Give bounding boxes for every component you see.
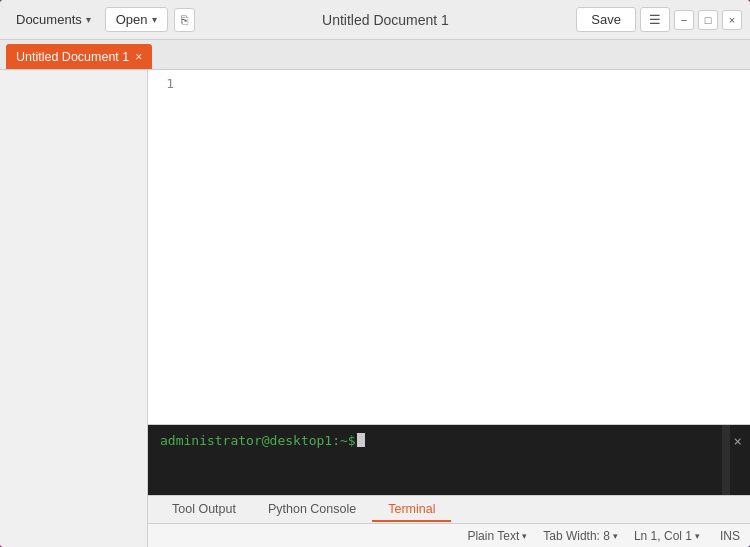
close-icon: × bbox=[729, 14, 735, 26]
open-label: Open bbox=[116, 12, 148, 27]
documents-label: Documents bbox=[16, 12, 82, 27]
close-icon: × bbox=[734, 433, 742, 449]
cursor-position-status[interactable]: Ln 1, Col 1 ▾ bbox=[634, 529, 700, 543]
hamburger-icon: ☰ bbox=[649, 12, 661, 27]
documents-dropdown[interactable]: Documents ▾ bbox=[8, 8, 99, 31]
titlebar-left: Documents ▾ Open ▾ ⎘ bbox=[8, 7, 195, 32]
tab-tool-output[interactable]: Tool Output bbox=[156, 498, 252, 522]
save-button[interactable]: Save bbox=[576, 7, 636, 32]
file-type-chevron-icon: ▾ bbox=[522, 531, 527, 541]
open-chevron-icon: ▾ bbox=[152, 14, 157, 25]
editor-container: 1 administrator@desktop1:~$ × bbox=[148, 70, 750, 547]
terminal-prompt: administrator@desktop1:~$ bbox=[160, 433, 356, 448]
file-type-label: Plain Text bbox=[467, 529, 519, 543]
line-number-1: 1 bbox=[156, 76, 174, 91]
tab-width-status[interactable]: Tab Width: 8 ▾ bbox=[543, 529, 618, 543]
tab-close-icon[interactable]: × bbox=[135, 50, 142, 64]
editor-area: 1 bbox=[148, 70, 750, 424]
tab-width-chevron-icon: ▾ bbox=[613, 531, 618, 541]
file-type-status[interactable]: Plain Text ▾ bbox=[467, 529, 527, 543]
minimize-button[interactable]: − bbox=[674, 10, 694, 30]
terminal-area[interactable]: administrator@desktop1:~$ × bbox=[148, 425, 750, 495]
open-button[interactable]: Open ▾ bbox=[105, 7, 168, 32]
chevron-down-icon: ▾ bbox=[86, 14, 91, 25]
main-area: 1 administrator@desktop1:~$ × bbox=[0, 70, 750, 547]
tab-terminal[interactable]: Terminal bbox=[372, 498, 451, 522]
statusbar: Plain Text ▾ Tab Width: 8 ▾ Ln 1, Col 1 … bbox=[148, 523, 750, 547]
bottom-panel: administrator@desktop1:~$ × Tool Output … bbox=[148, 424, 750, 523]
prompt-text: administrator@desktop1:~$ bbox=[160, 433, 356, 448]
close-button[interactable]: × bbox=[722, 10, 742, 30]
line-numbers: 1 bbox=[148, 70, 178, 424]
cursor-position-label: Ln 1, Col 1 bbox=[634, 529, 692, 543]
save-icon-button[interactable]: ⎘ bbox=[174, 8, 195, 32]
insert-mode-label: INS bbox=[720, 529, 740, 543]
position-chevron-icon: ▾ bbox=[695, 531, 700, 541]
terminal-scrollbar[interactable] bbox=[722, 425, 730, 495]
tab-label: Untitled Document 1 bbox=[16, 50, 129, 64]
sidebar bbox=[0, 70, 148, 547]
tab-width-label: Tab Width: 8 bbox=[543, 529, 610, 543]
menu-button[interactable]: ☰ bbox=[640, 7, 670, 32]
tab-python-console[interactable]: Python Console bbox=[252, 498, 372, 522]
save-file-icon: ⎘ bbox=[181, 13, 188, 27]
insert-mode-status: INS bbox=[720, 529, 740, 543]
tab-bar: Untitled Document 1 × bbox=[0, 40, 750, 70]
titlebar: Documents ▾ Open ▾ ⎘ Untitled Document 1… bbox=[0, 0, 750, 40]
document-tab[interactable]: Untitled Document 1 × bbox=[6, 44, 152, 69]
title-text: Untitled Document 1 bbox=[322, 12, 449, 28]
titlebar-right: Save ☰ − □ × bbox=[576, 7, 742, 32]
editor-content[interactable] bbox=[178, 70, 750, 424]
main-window: Documents ▾ Open ▾ ⎘ Untitled Document 1… bbox=[0, 0, 750, 547]
minimize-icon: − bbox=[681, 14, 687, 26]
maximize-icon: □ bbox=[705, 14, 712, 26]
terminal-cursor bbox=[357, 433, 365, 447]
window-title: Untitled Document 1 bbox=[195, 12, 577, 28]
terminal-close-button[interactable]: × bbox=[734, 433, 742, 449]
maximize-button[interactable]: □ bbox=[698, 10, 718, 30]
bottom-tabs: Tool Output Python Console Terminal bbox=[148, 495, 750, 523]
